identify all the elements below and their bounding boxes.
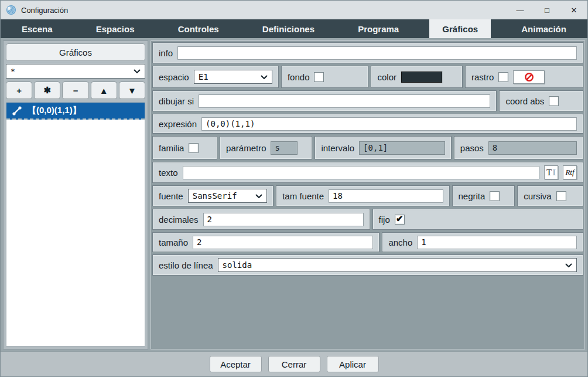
parametro-input xyxy=(271,141,298,155)
window-title: Configuración xyxy=(21,6,68,15)
info-group: info xyxy=(152,42,583,63)
familia-group: familia xyxy=(152,136,217,159)
list-item[interactable]: 【(0,0)(1,1)】 xyxy=(6,103,145,120)
info-label: info xyxy=(159,48,173,58)
no-trace-button[interactable] xyxy=(513,70,545,84)
texto-group: texto TI Rtf xyxy=(152,162,583,183)
fuente-label: fuente xyxy=(159,191,183,201)
fondo-label: fondo xyxy=(288,72,310,82)
fijo-group: fijo xyxy=(372,209,583,230)
dialog-content: Gráficos * + ✱ − ▲ ▼ xyxy=(1,38,587,351)
tab-bar: Escena Espacios Controles Definiciones P… xyxy=(1,19,587,38)
graphics-toolbar: + ✱ − ▲ ▼ xyxy=(6,81,145,99)
rastro-checkbox[interactable] xyxy=(498,72,508,82)
parametro-label: parámetro xyxy=(226,143,266,153)
tam-fuente-group: tam fuente xyxy=(276,185,449,206)
tamano-label: tamaño xyxy=(159,237,188,247)
texto-input[interactable] xyxy=(183,166,539,179)
rastro-label: rastro xyxy=(471,72,494,82)
cursiva-checkbox[interactable] xyxy=(556,191,566,201)
color-group: color xyxy=(371,66,463,88)
dibujar-si-input[interactable] xyxy=(199,94,490,108)
rtf-text-button[interactable]: Rtf xyxy=(563,165,577,179)
intervalo-group: intervalo xyxy=(314,136,451,159)
estilo-linea-label: estilo de línea xyxy=(159,260,213,270)
dibujar-si-label: dibujar si xyxy=(159,96,194,106)
graphics-filter-select[interactable]: * xyxy=(6,64,145,79)
negrita-label: negrita xyxy=(459,191,486,201)
list-item-label: 【(0,0)(1,1)】 xyxy=(28,105,81,116)
minimize-button[interactable]: — xyxy=(507,1,534,19)
cerrar-button[interactable]: Cerrar xyxy=(268,356,320,372)
tab-espacios[interactable]: Espacios xyxy=(83,19,148,38)
familia-checkbox[interactable] xyxy=(189,143,199,153)
tab-controles[interactable]: Controles xyxy=(165,19,232,38)
intervalo-input xyxy=(359,141,445,155)
segment-icon xyxy=(12,106,22,116)
negrita-checkbox[interactable] xyxy=(490,191,500,201)
info-input[interactable] xyxy=(177,46,577,60)
familia-label: familia xyxy=(159,143,184,153)
pasos-label: pasos xyxy=(460,143,484,153)
app-icon xyxy=(6,5,16,15)
espacio-select[interactable]: E1 xyxy=(194,70,272,84)
tamano-input[interactable] xyxy=(193,236,373,249)
chevron-down-icon xyxy=(256,72,268,81)
estilo-linea-select[interactable]: solida xyxy=(218,258,577,272)
fondo-checkbox[interactable] xyxy=(314,72,324,82)
window-controls: — □ ✕ xyxy=(507,1,587,19)
color-swatch[interactable] xyxy=(401,72,442,83)
ancho-label: ancho xyxy=(388,237,412,247)
expresion-input[interactable] xyxy=(201,117,577,131)
add-graphic-button[interactable]: + xyxy=(6,81,32,99)
coord-abs-group: coord abs xyxy=(499,90,583,111)
text-cursor-icon: I xyxy=(552,168,556,178)
dibujar-si-group: dibujar si xyxy=(152,90,497,111)
parametro-group: parámetro xyxy=(220,136,312,159)
remove-graphic-button[interactable]: − xyxy=(62,81,88,99)
espacio-label: espacio xyxy=(159,72,189,82)
aceptar-button[interactable]: Aceptar xyxy=(210,356,262,372)
fondo-group: fondo xyxy=(281,66,369,88)
maximize-button[interactable]: □ xyxy=(534,1,560,19)
aplicar-button[interactable]: Aplicar xyxy=(327,356,379,372)
ancho-input[interactable] xyxy=(417,236,577,249)
rastro-group: rastro xyxy=(465,66,583,88)
forbidden-icon xyxy=(524,72,534,82)
color-label: color xyxy=(377,72,396,82)
expresion-group: expresión xyxy=(152,114,583,134)
chevron-down-icon xyxy=(251,191,262,201)
decimales-input[interactable] xyxy=(203,213,364,226)
tamano-group: tamaño xyxy=(152,232,380,252)
graphics-list: 【(0,0)(1,1)】 xyxy=(6,102,145,347)
fijo-checkbox[interactable] xyxy=(395,215,405,225)
dialog-footer: Aceptar Cerrar Aplicar xyxy=(1,351,587,376)
fijo-label: fijo xyxy=(379,215,390,225)
duplicate-graphic-button[interactable]: ✱ xyxy=(34,81,60,99)
fuente-select[interactable]: SansSerif xyxy=(188,189,267,203)
coord-abs-label: coord abs xyxy=(505,96,544,106)
cursiva-group: cursiva xyxy=(517,185,583,206)
intervalo-label: intervalo xyxy=(321,143,354,153)
fuente-group: fuente SansSerif xyxy=(152,185,274,206)
move-down-button[interactable]: ▼ xyxy=(119,81,145,99)
title-bar: Configuración — □ ✕ xyxy=(1,1,587,19)
negrita-group: negrita xyxy=(452,185,515,206)
tab-programa[interactable]: Programa xyxy=(345,19,412,38)
close-button[interactable]: ✕ xyxy=(560,1,587,19)
configuration-dialog: Configuración — □ ✕ Escena Espacios Cont… xyxy=(0,0,588,377)
tab-definiciones[interactable]: Definiciones xyxy=(249,19,327,38)
chevron-down-icon xyxy=(129,67,141,76)
tab-animacion[interactable]: Animación xyxy=(508,19,579,38)
plain-text-button[interactable]: TI xyxy=(544,165,558,179)
move-up-button[interactable]: ▲ xyxy=(91,81,117,99)
tam-fuente-input[interactable] xyxy=(329,189,443,203)
tam-fuente-label: tam fuente xyxy=(282,191,324,201)
graphics-list-panel: Gráficos * + ✱ − ▲ ▼ xyxy=(3,40,148,349)
tab-graficos[interactable]: Gráficos xyxy=(429,19,491,38)
decimales-group: decimales xyxy=(152,209,370,230)
expresion-label: expresión xyxy=(159,119,197,129)
cursiva-label: cursiva xyxy=(524,191,552,201)
coord-abs-checkbox[interactable] xyxy=(549,96,559,106)
tab-escena[interactable]: Escena xyxy=(9,19,66,38)
